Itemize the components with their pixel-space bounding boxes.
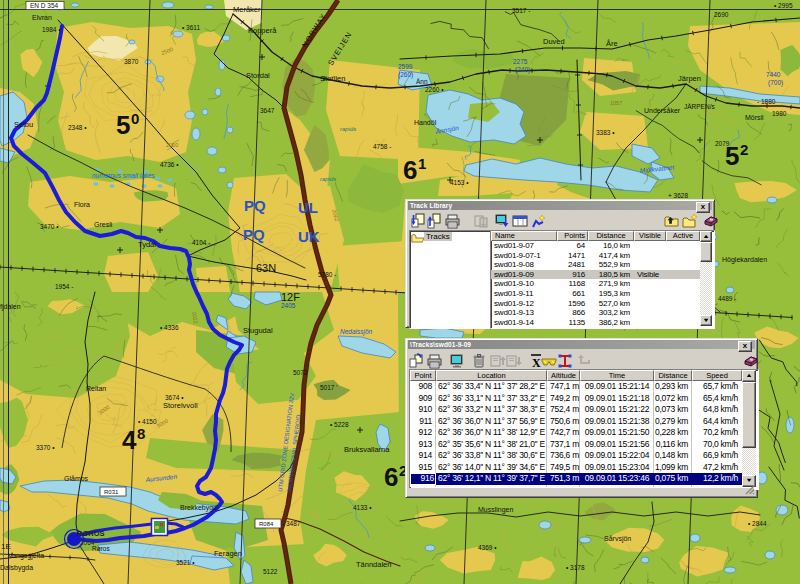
svg-text:3674 •: 3674 •	[165, 394, 184, 401]
svg-text:3517 -: 3517 -	[512, 7, 530, 14]
svg-text:2275: 2275	[513, 58, 528, 65]
svg-text:3647: 3647	[260, 107, 275, 114]
svg-text:12F: 12F	[281, 291, 300, 303]
svg-text:2000: 2000	[166, 142, 178, 148]
svg-text:Tänndalen: Tänndalen	[356, 560, 391, 569]
svg-text:4104 -: 4104 -	[192, 239, 210, 246]
svg-text:Nedalssjön: Nedalssjön	[340, 328, 373, 336]
svg-text:rapids: rapids	[320, 176, 336, 182]
svg-text:Storlien: Storlien	[320, 74, 345, 83]
svg-text:6: 6	[384, 462, 398, 492]
svg-text:5: 5	[725, 141, 739, 171]
svg-text:Flora: Flora	[74, 201, 90, 208]
svg-text:Tydal: Tydal	[138, 240, 156, 249]
svg-text:Musslingen: Musslingen	[478, 506, 514, 514]
svg-text:• 4150: • 4150	[138, 418, 157, 425]
svg-text:Kopperå: Kopperå	[248, 26, 277, 35]
svg-text:2599: 2599	[398, 63, 413, 70]
svg-text:4758 -: 4758 -	[373, 143, 391, 150]
svg-text:Bruksvallarna: Bruksvallarna	[344, 445, 390, 454]
svg-text:Mörsil: Mörsil	[745, 114, 764, 121]
svg-text:Höglekardalen: Höglekardalen	[722, 256, 767, 264]
svg-text:3470 •: 3470 •	[40, 223, 59, 230]
svg-text:0: 0	[131, 110, 139, 127]
svg-text:Vangsgjelta: Vangsgjelta	[8, 552, 44, 560]
svg-text:R031: R031	[104, 489, 119, 495]
svg-text:4133 •: 4133 •	[353, 504, 372, 511]
svg-text:Meråker: Meråker	[233, 5, 261, 14]
svg-text:Reitan: Reitan	[86, 385, 106, 392]
svg-text:PQ: PQ	[243, 226, 265, 243]
svg-text:4153 •: 4153 •	[450, 179, 469, 186]
svg-text:(260): (260)	[398, 71, 413, 79]
svg-text:UK: UK	[298, 228, 320, 245]
svg-text:Stordal: Stordal	[246, 71, 270, 80]
svg-text:2260 •: 2260 •	[425, 86, 444, 93]
svg-text:4736 •: 4736 •	[160, 161, 179, 168]
svg-text:(240): (240)	[515, 66, 530, 74]
svg-text:Selbu: Selbu	[14, 120, 33, 129]
svg-text:• 2995: • 2995	[774, 2, 793, 9]
svg-text:Duved: Duved	[543, 37, 565, 46]
svg-text:1E: 1E	[1, 542, 11, 551]
svg-text:63N: 63N	[256, 262, 276, 274]
svg-text:- 1880: - 1880	[757, 98, 776, 105]
svg-text:Änn: Änn	[416, 78, 428, 85]
svg-text:RØROS: RØROS	[77, 529, 105, 538]
svg-text:X: X	[532, 356, 541, 369]
svg-text:Dalsbygda: Dalsbygda	[0, 564, 33, 572]
svg-text:Storelvvoll: Storelvvoll	[163, 401, 198, 410]
svg-text:numerous small lakes: numerous small lakes	[92, 172, 156, 179]
svg-text:4: 4	[122, 425, 137, 455]
svg-text:Brekkebygd: Brekkebygd	[180, 504, 217, 512]
svg-text:UL: UL	[298, 199, 318, 216]
svg-text:• 3178: • 3178	[566, 564, 585, 571]
svg-text:Undersåker: Undersåker	[644, 107, 681, 114]
svg-text:(700): (700)	[768, 79, 783, 87]
svg-text:• 4336: • 4336	[160, 324, 179, 331]
svg-text:Gresli: Gresli	[94, 221, 113, 228]
svg-text:EN D 354: EN D 354	[30, 2, 59, 9]
svg-text:Glåmos: Glåmos	[64, 475, 89, 482]
svg-text:5: 5	[116, 110, 130, 140]
svg-text:1980: 1980	[772, 110, 787, 117]
svg-text:fjdalen: fjdalen	[0, 303, 21, 311]
svg-text:Røros: Røros	[92, 545, 110, 552]
svg-text:Feragen: Feragen	[214, 549, 242, 558]
svg-text:5780 -: 5780 -	[318, 271, 336, 278]
svg-text:3870: 3870	[124, 58, 139, 65]
svg-text:1954 -: 1954 -	[55, 283, 73, 290]
svg-text:Handöl: Handöl	[414, 119, 437, 126]
svg-text:1057: 1057	[610, 100, 622, 106]
svg-text:Järpen: Järpen	[678, 74, 701, 83]
svg-text:3521 •: 3521 •	[176, 559, 195, 566]
svg-text:5017 ': 5017 '	[320, 384, 338, 391]
svg-text:rapids: rapids	[340, 126, 356, 132]
svg-text:1: 1	[418, 155, 426, 172]
svg-text:4489 -: 4489 -	[718, 295, 736, 302]
svg-text:• 3611: • 3611	[182, 24, 200, 31]
svg-text:4369 •: 4369 •	[478, 544, 497, 551]
svg-text:• 2844: • 2844	[748, 520, 767, 527]
svg-text:8: 8	[137, 425, 145, 442]
svg-text:- 3487: - 3487	[282, 520, 301, 527]
svg-text:2: 2	[740, 141, 748, 158]
svg-text:5072: 5072	[293, 369, 308, 376]
svg-text:PQ: PQ	[244, 197, 266, 214]
svg-text:Elvran: Elvran	[32, 14, 52, 21]
svg-text:2690: 2690	[714, 11, 729, 18]
svg-text:2348 •: 2348 •	[68, 124, 87, 131]
svg-text:Stugudal: Stugudal	[243, 326, 273, 335]
svg-text:Sårvsjön: Sårvsjön	[604, 535, 631, 543]
svg-text:6: 6	[403, 155, 417, 185]
svg-text:JÄRPEN/s: JÄRPEN/s	[684, 103, 715, 110]
svg-text:5122: 5122	[263, 568, 278, 575]
svg-text:• 5228: • 5228	[330, 421, 349, 428]
svg-text:R084: R084	[259, 521, 274, 527]
svg-text:3383 •: 3383 •	[596, 129, 615, 136]
svg-text:Åre: Åre	[606, 39, 618, 48]
svg-text:2405: 2405	[281, 302, 296, 309]
svg-text:1984 •: 1984 •	[42, 26, 61, 33]
svg-text:+ 3628: + 3628	[668, 192, 688, 199]
svg-text:3370 •: 3370 •	[36, 444, 55, 451]
